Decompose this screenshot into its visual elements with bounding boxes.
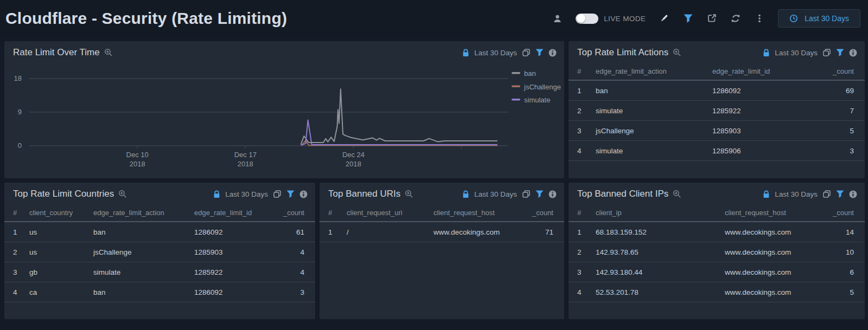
panel-rate-limit-over-time: Rate Limit Over Time Last 30 Days 0918De…: [4, 41, 564, 178]
panel-time-range: Last 30 Days: [474, 190, 517, 198]
live-mode-label: LIVE MODE: [604, 15, 646, 23]
table-row[interactable]: 168.183.159.152www.decokings.com14: [569, 222, 865, 242]
col-header: _count: [270, 209, 304, 217]
table-header-row: # client_ip client_request_host _count: [569, 204, 865, 222]
panel-header: Top Rate Limit Actions Last 30 Days: [569, 41, 865, 58]
more-kebab-icon[interactable]: [754, 13, 765, 24]
col-header: edge_rate_limit_id: [194, 209, 270, 217]
info-icon[interactable]: [548, 49, 557, 57]
filter-funnel-icon[interactable]: [535, 190, 544, 198]
copy-icon[interactable]: [822, 48, 831, 57]
svg-text:18: 18: [14, 74, 22, 82]
page-title: Cloudflare - Security (Rate Limiting): [5, 9, 287, 28]
svg-text:Dec 10: Dec 10: [126, 151, 149, 159]
table-row[interactable]: 1usban128609261: [4, 222, 315, 242]
panel-title: Top Banned URIs: [328, 189, 400, 199]
panel-title: Top Banned Client IPs: [577, 189, 668, 199]
col-header: #: [13, 209, 29, 217]
col-header: client_request_host: [725, 209, 821, 217]
svg-text:2018: 2018: [346, 160, 361, 168]
col-header: _count: [816, 67, 854, 75]
table-row[interactable]: 2usjsChallenge12859034: [4, 242, 315, 262]
table-row[interactable]: 1ban128609269: [569, 81, 865, 101]
col-header: _count: [821, 209, 854, 217]
copy-icon[interactable]: [822, 190, 831, 198]
table-row[interactable]: 4simulate12859063: [569, 141, 865, 161]
live-mode-control: LIVE MODE: [576, 14, 646, 24]
table-row[interactable]: 452.53.201.78www.decokings.com5: [569, 282, 865, 302]
countries-table: # client_country edge_rate_limit_action …: [4, 204, 315, 302]
svg-text:9: 9: [18, 108, 22, 116]
dashboard: Cloudflare - Security (Rate Limiting) LI…: [0, 0, 868, 330]
col-header: client_ip: [596, 209, 725, 217]
svg-text:Dec 17: Dec 17: [234, 151, 257, 159]
svg-text:ban: ban: [524, 69, 536, 77]
edit-pencil-icon[interactable]: [659, 13, 669, 24]
ips-table: # client_ip client_request_host _count 1…: [569, 204, 865, 302]
panel-top-rate-limit-countries: Top Rate Limit Countries Last 30 Days # …: [4, 183, 315, 319]
col-header: edge_rate_limit_action: [596, 67, 712, 75]
panel-time-range: Last 30 Days: [225, 190, 268, 198]
table-row[interactable]: 4caban12860923: [4, 282, 315, 302]
panel-top-banned-uris: Top Banned URIs Last 30 Days # client_re…: [320, 183, 564, 319]
svg-text:2018: 2018: [238, 160, 253, 168]
lock-icon: [462, 49, 469, 57]
copy-icon[interactable]: [273, 190, 282, 198]
filter-funnel-icon[interactable]: [286, 190, 295, 198]
filter-funnel-icon[interactable]: [535, 49, 544, 57]
zoom-icon[interactable]: [104, 48, 113, 57]
uris-table: # client_request_uri client_request_host…: [320, 204, 564, 242]
col-header: #: [328, 209, 347, 217]
table-row[interactable]: 3gbsimulate12859224: [4, 262, 315, 282]
zoom-icon[interactable]: [405, 190, 413, 198]
zoom-icon[interactable]: [673, 48, 681, 57]
filter-funnel-icon[interactable]: [836, 49, 844, 57]
info-icon[interactable]: [299, 190, 308, 198]
table-header-row: # client_request_uri client_request_host…: [320, 204, 564, 222]
table-row[interactable]: 3142.93.180.44www.decokings.com6: [569, 262, 865, 282]
refresh-icon[interactable]: [730, 13, 741, 24]
filter-funnel-icon[interactable]: [682, 13, 693, 24]
zoom-icon[interactable]: [118, 190, 127, 198]
panel-header: Top Rate Limit Countries Last 30 Days: [4, 183, 315, 199]
svg-text:0: 0: [18, 141, 22, 150]
svg-text:2018: 2018: [130, 160, 145, 168]
info-icon[interactable]: [849, 49, 857, 57]
top-bar: Cloudflare - Security (Rate Limiting) LI…: [0, 0, 868, 37]
panel-title: Rate Limit Over Time: [13, 47, 100, 58]
filter-funnel-icon[interactable]: [836, 190, 844, 198]
panel-header: Top Banned Client IPs Last 30 Days: [569, 183, 865, 199]
live-mode-toggle[interactable]: [576, 14, 598, 24]
table-row[interactable]: 2142.93.78.65www.decokings.com10: [569, 242, 865, 262]
panel-title: Top Rate Limit Countries: [13, 189, 114, 199]
table-row[interactable]: 3jsChallenge12859035: [569, 121, 865, 141]
copy-icon[interactable]: [522, 190, 531, 198]
info-icon[interactable]: [849, 190, 857, 198]
table-row[interactable]: 1/www.decokings.com71: [320, 222, 564, 242]
svg-text:Dec 24: Dec 24: [342, 151, 365, 159]
panel-header: Top Banned URIs Last 30 Days: [320, 183, 564, 199]
user-icon[interactable]: [552, 13, 563, 24]
time-range-label: Last 30 Days: [805, 14, 849, 23]
panel-title: Top Rate Limit Actions: [577, 47, 668, 58]
toggle-knob: [577, 14, 585, 23]
svg-text:simulate: simulate: [524, 96, 550, 104]
table-row[interactable]: 2simulate12859227: [569, 101, 865, 121]
actions-table: # edge_rate_limit_action edge_rate_limit…: [569, 62, 865, 161]
copy-icon[interactable]: [522, 48, 531, 57]
share-export-icon[interactable]: [706, 13, 717, 24]
time-range-button[interactable]: Last 30 Days: [778, 9, 860, 28]
lock-icon: [213, 190, 220, 198]
svg-text:jsChallenge: jsChallenge: [524, 83, 561, 91]
panel-time-range: Last 30 Days: [474, 49, 517, 57]
zoom-icon[interactable]: [673, 190, 681, 198]
table-header-row: # edge_rate_limit_action edge_rate_limit…: [569, 62, 865, 81]
col-header: #: [577, 209, 596, 217]
col-header: edge_rate_limit_id: [712, 67, 816, 75]
rate-limit-chart[interactable]: 0918Dec 102018Dec 172018Dec 242018banjsC…: [4, 63, 564, 174]
info-icon[interactable]: [548, 190, 557, 198]
panel-top-rate-limit-actions: Top Rate Limit Actions Last 30 Days # ed…: [569, 41, 865, 178]
lock-icon: [462, 190, 469, 198]
col-header: client_country: [29, 209, 93, 217]
col-header: _count: [521, 209, 553, 217]
